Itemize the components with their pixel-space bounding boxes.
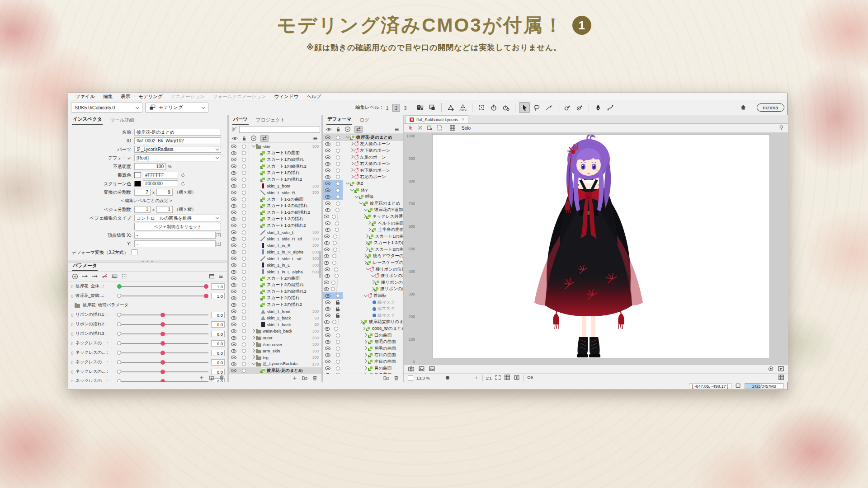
pin-icon[interactable] xyxy=(778,125,784,132)
new-deformer-icon[interactable] xyxy=(383,375,389,381)
tab-tool-detail[interactable]: ツール詳細 xyxy=(109,116,135,125)
parts-search-input[interactable] xyxy=(239,126,320,133)
parts-tree-row[interactable]: arm_skin300 xyxy=(229,347,321,354)
bezier-reset-button[interactable]: ベジェ制御点をリセット xyxy=(134,223,221,230)
grid-icon[interactable] xyxy=(449,125,456,132)
visibility-eye-cell[interactable] xyxy=(323,338,333,345)
menu-item-アニメーション[interactable]: アニメーション xyxy=(167,93,208,100)
parameter-slider[interactable] xyxy=(117,282,208,291)
deformer-tree-row[interactable]: 左下腿のボーン xyxy=(323,147,403,154)
parts-tree-row[interactable]: スカート1-2の揺れ xyxy=(229,216,321,223)
deformer-show-all-eye-icon[interactable] xyxy=(326,127,332,132)
visibility-eye-cell[interactable] xyxy=(323,180,333,187)
workspace-mode-select[interactable]: モデリング xyxy=(145,103,208,113)
select-circle-cell[interactable] xyxy=(333,365,343,372)
visibility-eye-cell[interactable] xyxy=(229,334,239,341)
parts-tree-row[interactable]: スカート2の揺れ xyxy=(229,295,321,302)
parts-tree-row[interactable]: スカート1の揺れ xyxy=(229,169,321,176)
model-tab[interactable]: ffaf_Sukhavati Lycoris × xyxy=(406,115,468,123)
deformer-tree-row[interactable]: 腰リボンの曲面 xyxy=(323,279,403,286)
deformer-tree-row[interactable]: 彼岸花髪飾りのまとめ xyxy=(323,319,403,326)
visibility-eye-cell[interactable] xyxy=(229,209,239,216)
menu-item-ウィンドウ[interactable]: ウィンドウ xyxy=(270,93,302,100)
select-circle-cell[interactable] xyxy=(332,220,342,227)
visibility-eye-cell[interactable] xyxy=(229,262,239,269)
cross-guide-icon[interactable] xyxy=(417,125,423,131)
select-circle-cell[interactable] xyxy=(239,222,249,229)
visibility-eye-cell[interactable] xyxy=(229,282,239,288)
deformer-tree-row[interactable]: 首回転 xyxy=(323,292,403,299)
parameter-value[interactable]: 1.0 xyxy=(211,293,225,299)
deformer-tree-row[interactable]: レースケープの曲面 xyxy=(323,259,403,266)
select-circle-cell[interactable] xyxy=(333,154,343,161)
parameter-slider[interactable] xyxy=(117,376,208,382)
record-target-icon[interactable] xyxy=(768,366,774,373)
deformer-tree-row[interactable]: 右大腿のボーン xyxy=(323,160,403,167)
visibility-eye-cell[interactable] xyxy=(323,352,333,359)
repeat-icon[interactable]: () xyxy=(71,332,75,336)
texture-grid-icon[interactable] xyxy=(778,374,784,381)
menu-item-モデリング[interactable]: モデリング xyxy=(135,93,166,100)
parameter-menu-icon[interactable] xyxy=(218,273,224,279)
parts-tree-row[interactable]: skirt_1_side_R_sd300 xyxy=(229,235,321,242)
tab-deformer[interactable]: デフォーマ xyxy=(326,115,352,125)
delete-part-icon[interactable] xyxy=(312,375,318,381)
area-select-icon[interactable] xyxy=(436,125,443,132)
parameter-folder[interactable]: 彼岸花_物理パラメータ xyxy=(68,300,227,310)
select-circle-cell[interactable] xyxy=(331,246,340,253)
deformer-tree-row[interactable]: 左足のボーン xyxy=(323,154,403,161)
visibility-eye-cell[interactable] xyxy=(323,174,333,181)
select-circle-cell[interactable] xyxy=(332,272,341,279)
parameter-value[interactable]: 0.0 xyxy=(211,350,225,356)
parameter-value[interactable]: 0.0 xyxy=(211,340,225,347)
repeat-icon[interactable]: () xyxy=(71,351,75,355)
select-circle-cell[interactable] xyxy=(239,268,249,275)
visibility-eye-cell[interactable] xyxy=(323,154,333,161)
select-circle-cell[interactable] xyxy=(239,189,249,196)
visibility-eye-cell[interactable] xyxy=(323,167,333,174)
slider-value-dot[interactable] xyxy=(204,294,208,298)
parts-tree-row[interactable]: skirt300 xyxy=(229,143,321,150)
visibility-eye-cell[interactable] xyxy=(229,163,239,170)
visibility-eye-cell[interactable] xyxy=(323,299,333,306)
parameter-slider[interactable] xyxy=(117,338,208,348)
select-circle-cell[interactable] xyxy=(239,163,249,170)
select-input[interactable]: コントロールの関係を維持 xyxy=(134,215,221,221)
visibility-eye-cell[interactable] xyxy=(323,365,333,372)
deformer-tree-row[interactable]: 左目の曲面 xyxy=(323,358,403,365)
select-circle-cell[interactable] xyxy=(332,266,341,273)
slider-value-dot[interactable] xyxy=(204,284,208,289)
pen-tool[interactable] xyxy=(593,102,604,113)
visibility-eye-cell[interactable] xyxy=(323,134,333,141)
select-circle-cell[interactable] xyxy=(333,305,343,312)
repeat-icon[interactable]: () xyxy=(71,370,75,374)
select-circle-cell[interactable] xyxy=(239,288,249,295)
parts-tree-row[interactable]: leg300 xyxy=(229,354,321,361)
visibility-eye-cell[interactable] xyxy=(323,325,332,332)
visibility-eye-cell[interactable] xyxy=(229,328,239,335)
select-circle-cell[interactable] xyxy=(333,345,343,352)
slider-value-dot[interactable] xyxy=(160,313,165,317)
select-circle-cell[interactable] xyxy=(333,352,343,359)
color-swatch[interactable] xyxy=(134,172,141,178)
select-circle-cell[interactable] xyxy=(333,134,343,141)
color-hex-input[interactable]: #000000 xyxy=(143,180,178,187)
select-circle-cell[interactable] xyxy=(333,358,343,365)
color-swatch[interactable] xyxy=(134,181,141,187)
parts-tree-row[interactable]: スカート1の縦揺れ xyxy=(229,156,321,163)
visibility-eye-cell[interactable] xyxy=(323,207,333,214)
number-input[interactable]: 9 xyxy=(156,189,173,196)
visibility-eye-cell[interactable] xyxy=(323,246,331,253)
remove-key-icon[interactable] xyxy=(101,273,108,279)
parts-tree-row[interactable]: スカート2の曲面 xyxy=(229,275,321,282)
texture-palette-tool[interactable] xyxy=(415,102,425,113)
select-circle-cell[interactable] xyxy=(239,229,249,236)
deformer-menu-icon[interactable] xyxy=(394,127,400,132)
image-add-icon[interactable] xyxy=(429,366,435,373)
repeat-icon[interactable]: () xyxy=(71,360,75,364)
visibility-eye-cell[interactable] xyxy=(323,233,331,240)
warp-deformer-tool[interactable] xyxy=(476,102,487,113)
close-icon[interactable]: × xyxy=(462,117,464,122)
parts-tree-row[interactable]: skirt_1_front300 xyxy=(229,308,321,315)
delete-deformer-icon[interactable] xyxy=(393,375,399,381)
